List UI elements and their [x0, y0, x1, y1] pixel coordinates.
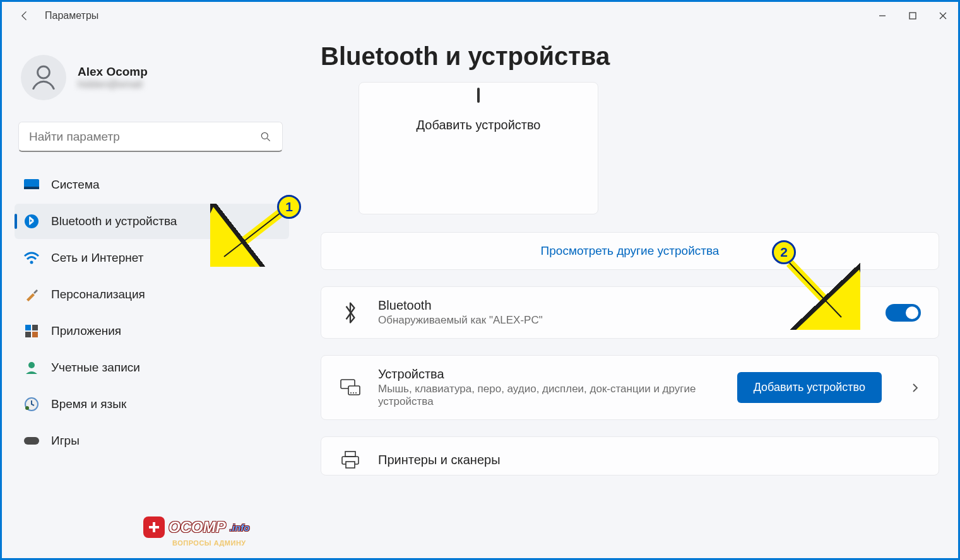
plus-icon: [477, 88, 480, 103]
sidebar-item-time[interactable]: Время и язык: [15, 387, 289, 422]
sidebar-item-games[interactable]: Игры: [15, 423, 289, 458]
games-icon: [23, 433, 40, 449]
svg-rect-11: [25, 332, 31, 337]
user-email: hidden@email: [78, 79, 148, 90]
view-more-label: Просмотреть другие устройства: [541, 244, 720, 258]
sidebar-item-personalization[interactable]: Персонализация: [15, 277, 289, 312]
watermark-sub: ВОПРОСЫ АДМИНУ: [172, 539, 246, 547]
user-name: Alex Ocomp: [78, 65, 148, 79]
svg-point-15: [25, 406, 29, 410]
svg-point-8: [30, 261, 33, 264]
printers-card[interactable]: Принтеры и сканеры: [321, 436, 939, 475]
chevron-right-icon: [910, 382, 921, 394]
apps-icon: [23, 323, 40, 339]
bluetooth-icon: [339, 301, 362, 324]
sidebar: Alex Ocomp hidden@email Система Bluetoot…: [2, 30, 295, 558]
add-device-label: Добавить устройство: [417, 118, 541, 132]
close-button[interactable]: [928, 4, 958, 27]
svg-rect-16: [24, 437, 39, 445]
watermark-tld: .info: [230, 522, 250, 533]
brush-icon: [23, 286, 40, 303]
watermark: OCOMP.info: [143, 516, 249, 538]
devices-card[interactable]: Устройства Мышь, клавиатура, перо, аудио…: [321, 355, 939, 420]
svg-rect-24: [346, 462, 355, 468]
titlebar: Параметры: [2, 2, 958, 30]
maximize-button[interactable]: [898, 4, 928, 27]
devices-title: Устройства: [378, 367, 721, 382]
add-device-card[interactable]: Добавить устройство: [359, 82, 598, 214]
printers-title: Принтеры и сканеры: [378, 453, 921, 467]
back-button[interactable]: [17, 8, 32, 23]
sidebar-item-accounts[interactable]: Учетные записи: [15, 350, 289, 385]
watermark-badge: [143, 516, 165, 538]
svg-point-3: [261, 132, 268, 139]
add-device-button[interactable]: Добавить устройство: [737, 372, 882, 403]
svg-rect-6: [24, 187, 39, 189]
devices-icon: [339, 376, 362, 399]
app-title: Параметры: [45, 10, 98, 21]
sidebar-item-label: Учетные записи: [51, 361, 140, 375]
svg-point-20: [353, 392, 354, 394]
svg-rect-22: [345, 452, 355, 457]
svg-rect-18: [348, 386, 360, 395]
svg-line-28: [790, 263, 841, 317]
page-title: Bluetooth и устройства: [321, 42, 939, 71]
bluetooth-icon: [23, 213, 40, 230]
printer-icon: [339, 448, 362, 471]
svg-point-2: [38, 66, 50, 78]
avatar: [21, 55, 66, 100]
time-icon: [23, 396, 40, 412]
sidebar-item-label: Игры: [51, 434, 80, 448]
settings-window: Параметры Alex Ocomp hidden@email: [0, 0, 960, 560]
bluetooth-toggle[interactable]: [886, 304, 921, 322]
svg-rect-9: [25, 325, 31, 330]
svg-rect-12: [32, 332, 38, 337]
sidebar-item-label: Сеть и Интернет: [51, 251, 143, 265]
svg-point-21: [355, 392, 357, 394]
wifi-icon: [23, 250, 40, 266]
sidebar-item-system[interactable]: Система: [15, 167, 289, 202]
svg-point-19: [350, 392, 352, 394]
user-block[interactable]: Alex Ocomp hidden@email: [15, 42, 289, 118]
bluetooth-title: Bluetooth: [378, 298, 821, 313]
minimize-button[interactable]: [867, 4, 898, 27]
svg-line-26: [224, 213, 281, 257]
sidebar-item-label: Время и язык: [51, 397, 126, 411]
sidebar-item-label: Bluetooth и устройства: [51, 214, 177, 228]
svg-point-13: [28, 362, 35, 368]
sidebar-item-label: Персонализация: [51, 288, 145, 301]
sidebar-item-label: Приложения: [51, 324, 121, 338]
annotation-arrow-2: [778, 254, 860, 330]
svg-rect-10: [32, 325, 38, 330]
sidebar-item-apps[interactable]: Приложения: [15, 313, 289, 349]
devices-sub: Мышь, клавиатура, перо, аудио, дисплеи, …: [378, 383, 721, 408]
search-box[interactable]: [18, 122, 283, 152]
watermark-brand: OCOMP: [169, 518, 226, 536]
search-input[interactable]: [29, 130, 259, 144]
accounts-icon: [23, 359, 40, 376]
search-icon: [259, 131, 272, 143]
annotation-marker-1: 1: [277, 195, 301, 219]
annotation-marker-2: 2: [772, 240, 796, 264]
system-icon: [23, 177, 40, 193]
sidebar-item-label: Система: [51, 178, 100, 192]
svg-line-4: [268, 138, 270, 141]
bluetooth-sub: Обнаруживаемый как "ALEX-PC": [378, 314, 821, 327]
svg-rect-1: [910, 13, 916, 19]
